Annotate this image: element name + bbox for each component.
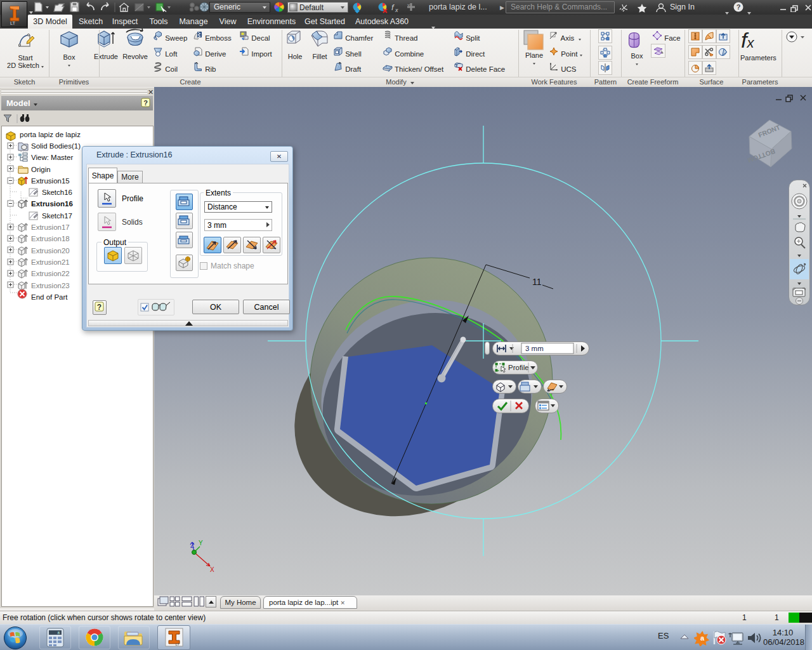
- svg-text:f: f: [391, 3, 395, 12]
- svg-text:LT: LT: [175, 642, 180, 646]
- svg-text:X: X: [210, 566, 214, 573]
- svg-text:?: ?: [143, 99, 148, 107]
- svg-text:3 mm: 3 mm: [525, 345, 544, 352]
- svg-text:Y: Y: [199, 540, 203, 547]
- svg-text:x: x: [395, 7, 398, 13]
- svg-text:Profile: Profile: [508, 364, 529, 371]
- svg-text:11: 11: [532, 277, 542, 287]
- svg-text:a: a: [700, 634, 705, 642]
- svg-text:?: ?: [737, 3, 741, 11]
- svg-text:LT: LT: [10, 20, 16, 26]
- svg-text:?: ?: [97, 303, 102, 312]
- svg-text:Z: Z: [190, 542, 194, 549]
